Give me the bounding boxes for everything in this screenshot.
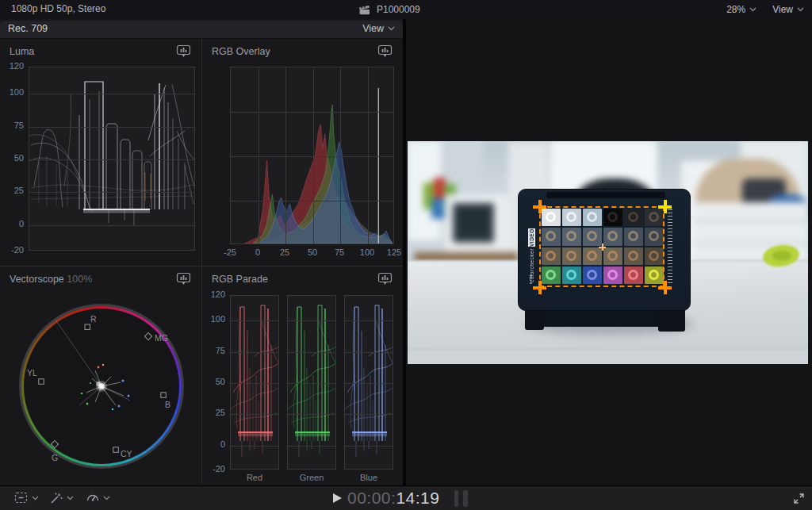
gridline: [29, 225, 194, 226]
blue-channel-label: Blue: [344, 473, 393, 482]
gridline: [231, 112, 393, 113]
scopes-header: Rec. 709 View: [0, 21, 403, 39]
timeline-marker[interactable]: [454, 490, 458, 507]
viewer-top-bar: 1080p HD 50p, Stereo P1000009 28% View: [0, 0, 812, 20]
rgb-overlay-histogram-plot: [230, 67, 394, 244]
gridline: [231, 352, 278, 353]
timecode-display[interactable]: 00:00:14:19: [347, 489, 439, 508]
clip-title: P1000009: [377, 4, 420, 15]
gridline: [313, 67, 314, 243]
gridline: [345, 414, 393, 415]
clapperboard-icon: [358, 5, 371, 15]
video-scopes-panel: Rec. 709 View Luma 120 100 75 50: [0, 19, 403, 485]
chart-ruler-strip: [668, 209, 672, 283]
fullscreen-button[interactable]: [792, 492, 806, 505]
luma-waveform-plot: [29, 67, 195, 251]
gridline: [231, 320, 278, 321]
luma-scope: Luma 120 100 75 50 25 0 -20: [0, 38, 201, 266]
rgb-overlay-scope-title: RGB Overlay: [212, 46, 270, 57]
selection-center-crosshair[interactable]: [599, 243, 606, 251]
range-selection-tool-button[interactable]: [14, 492, 39, 504]
selection-handle-top-left[interactable]: [533, 200, 546, 213]
gridline: [345, 320, 393, 321]
zoom-level-dropdown[interactable]: 28%: [726, 4, 756, 15]
rgb-parade-scope: RGB Parade 120 100 75 50 25 0 -20: [202, 266, 403, 484]
timecode-hours-minutes: 00:00:: [347, 489, 396, 507]
green-parade-plot: [287, 295, 336, 470]
svg-text:R: R: [90, 314, 97, 324]
rgb-overlay-scope: RGB Overlay -25 0: [202, 38, 403, 266]
clip-format-info: 1080p HD 50p, Stereo: [11, 3, 105, 14]
blue-waveform-trace: [345, 296, 393, 469]
red-parade-plot: [230, 295, 279, 470]
gridline: [368, 67, 369, 243]
timeline-marker[interactable]: [463, 490, 468, 507]
gridline: [259, 67, 259, 243]
green-channel-label: Green: [287, 473, 336, 482]
luma-scope-settings-button[interactable]: [176, 44, 192, 59]
gridline: [29, 127, 194, 128]
green-waveform-trace: [288, 296, 335, 469]
rgb-parade-settings-button[interactable]: [377, 272, 393, 286]
fullscreen-icon: [792, 492, 806, 505]
gridline: [29, 159, 194, 160]
scopes-view-dropdown[interactable]: View: [362, 23, 395, 34]
chart-brand-text: colorchecker VIDEO: [529, 209, 534, 282]
speedometer-icon: [86, 492, 100, 504]
gridline: [345, 352, 393, 353]
gridline: [288, 414, 335, 415]
selection-handle-top-right[interactable]: [658, 200, 672, 213]
gridline: [231, 414, 278, 415]
viewer-panel: colorchecker VIDEO x-rite: [406, 19, 812, 485]
selection-handle-bottom-left[interactable]: [533, 281, 546, 294]
red-channel-label: Red: [230, 473, 279, 482]
viewer-toolbar: 00:00:14:19: [0, 485, 812, 510]
scope-settings-icon: [176, 272, 192, 286]
play-button[interactable]: [333, 493, 342, 503]
fcp-viewer-window: 1080p HD 50p, Stereo P1000009 28% View: [0, 0, 812, 510]
gridline: [345, 446, 393, 447]
timecode-seconds-frames: 14:19: [396, 489, 439, 507]
view-label: View: [772, 4, 793, 15]
svg-text:B: B: [165, 400, 170, 409]
gridline: [231, 201, 393, 201]
range-selection-icon: [14, 492, 29, 504]
chevron-down-icon: [388, 26, 395, 31]
vectorscope-title: Vectorscope 100%: [10, 274, 92, 285]
gridline: [29, 192, 194, 193]
gridline: [231, 156, 393, 157]
luma-waveform-trace: [29, 67, 194, 250]
zoom-level-value: 28%: [726, 4, 745, 15]
gridline: [285, 67, 286, 243]
svg-text:G: G: [52, 453, 58, 462]
retime-button[interactable]: [86, 492, 110, 504]
enhancements-button[interactable]: [49, 492, 74, 504]
scope-settings-icon: [377, 44, 393, 59]
gridline: [340, 67, 341, 243]
chevron-down-icon: [797, 7, 804, 12]
gridline: [231, 383, 278, 384]
scope-settings-icon: [377, 272, 393, 286]
rgb-overlay-scope-settings-button[interactable]: [377, 44, 393, 59]
blue-parade-plot: [344, 295, 393, 470]
gridline: [288, 320, 335, 321]
selection-handle-bottom-right[interactable]: [658, 281, 672, 294]
gridline: [345, 383, 393, 384]
gridline: [231, 446, 278, 447]
chevron-down-icon: [103, 496, 110, 500]
svg-text:YL: YL: [27, 368, 37, 378]
vectorscope-scale-label: 100%: [67, 274, 92, 285]
chevron-down-icon: [749, 7, 756, 12]
chevron-down-icon: [32, 496, 39, 500]
vectorscope: Vectorscope 100%: [0, 266, 201, 484]
rgb-parade-title: RGB Parade: [212, 274, 268, 285]
vectorscope-settings-button[interactable]: [176, 272, 192, 286]
video-preview[interactable]: colorchecker VIDEO x-rite: [408, 141, 808, 364]
viewer-view-dropdown[interactable]: View: [772, 4, 804, 15]
gridline: [288, 383, 335, 384]
magic-wand-icon: [49, 492, 63, 504]
gridline: [288, 352, 335, 353]
red-waveform-trace: [231, 296, 278, 469]
luma-scope-title: Luma: [10, 46, 34, 57]
chevron-down-icon: [67, 496, 74, 500]
